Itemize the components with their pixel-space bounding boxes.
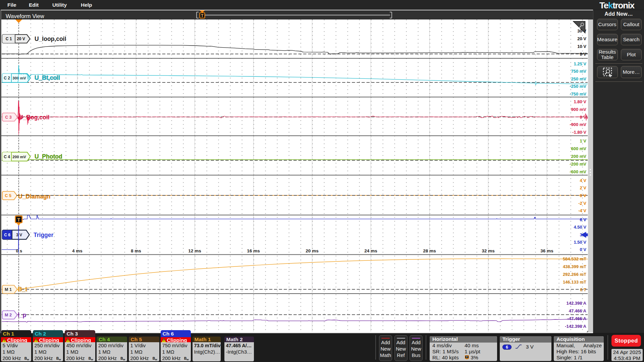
svg-text:0 V: 0 V — [580, 115, 586, 120]
svg-text:250 mV: 250 mV — [571, 76, 586, 81]
svg-text:6 V: 6 V — [580, 217, 586, 222]
svg-text:C 4: C 4 — [4, 155, 10, 159]
svg-text:8 ms: 8 ms — [131, 248, 141, 253]
svg-text:C 3: C 3 — [5, 115, 12, 120]
svg-text:142.398 A: 142.398 A — [566, 301, 586, 306]
svg-text:-2 V: -2 V — [578, 201, 586, 206]
svg-text:20 ms: 20 ms — [306, 248, 318, 253]
svg-text:-250 mV: -250 mV — [570, 84, 586, 89]
svg-text:0 s: 0 s — [16, 248, 22, 253]
svg-text:1.25 V: 1.25 V — [574, 61, 586, 66]
svg-text:32 ms: 32 ms — [482, 248, 494, 253]
svg-text:0 V: 0 V — [580, 247, 586, 252]
svg-text:-600 mV: -600 mV — [570, 169, 586, 174]
svg-text:20 V: 20 V — [17, 37, 25, 41]
svg-text:C 5: C 5 — [5, 193, 12, 198]
svg-text:C 1: C 1 — [6, 37, 12, 41]
svg-text:Trigger: Trigger — [34, 232, 54, 238]
svg-text:-750 mV: -750 mV — [570, 92, 586, 97]
svg-text:584.532 mT: 584.532 mT — [563, 256, 586, 261]
svg-text:M 2: M 2 — [5, 313, 12, 317]
svg-text:200 mV: 200 mV — [12, 155, 26, 159]
svg-text:36 ms: 36 ms — [540, 248, 553, 253]
svg-text:1.80 V: 1.80 V — [574, 99, 586, 104]
svg-text:3 V: 3 V — [16, 233, 22, 237]
svg-text:U_Photod: U_Photod — [35, 153, 62, 160]
svg-text:0 V: 0 V — [580, 52, 586, 57]
svg-text:600 mV: 600 mV — [571, 146, 586, 151]
svg-text:M 1: M 1 — [5, 287, 12, 292]
svg-text:47.466 A: 47.466 A — [569, 308, 587, 313]
svg-text:12 ms: 12 ms — [188, 248, 201, 253]
svg-text:2 V: 2 V — [580, 185, 586, 190]
svg-text:U_Diamagn: U_Diamagn — [18, 193, 50, 200]
svg-text:U_Bt,coil: U_Bt,coil — [35, 74, 60, 81]
svg-text:C 6: C 6 — [4, 233, 10, 237]
svg-text:U_loop,coil: U_loop,coil — [35, 36, 66, 42]
svg-text:10 V: 10 V — [577, 44, 586, 49]
svg-text:-4 V: -4 V — [578, 208, 586, 213]
svg-text:146.133 mT: 146.133 mT — [563, 280, 586, 285]
svg-text:-1.80 V: -1.80 V — [572, 130, 586, 135]
svg-text:24 ms: 24 ms — [364, 248, 377, 253]
svg-text:1 V: 1 V — [580, 138, 586, 143]
svg-text:I_p: I_p — [18, 312, 26, 318]
svg-text:-200 mV: -200 mV — [570, 162, 586, 167]
svg-text:16 ms: 16 ms — [247, 248, 260, 253]
svg-text:20 V: 20 V — [577, 36, 586, 41]
svg-text:C 2: C 2 — [4, 76, 10, 80]
svg-text:T: T — [17, 217, 20, 223]
svg-text:28 ms: 28 ms — [423, 248, 436, 253]
svg-text:200 mV: 200 mV — [571, 154, 586, 159]
svg-text:-47.466 A: -47.466 A — [567, 316, 586, 321]
svg-text:0 T: 0 T — [580, 287, 586, 292]
svg-text:900 mV: 900 mV — [571, 107, 586, 112]
svg-text:-900 mV: -900 mV — [570, 122, 586, 127]
svg-text:1.50 V: 1.50 V — [574, 240, 586, 245]
svg-text:438.399 mT: 438.399 mT — [563, 264, 586, 269]
svg-text:750 mV: 750 mV — [571, 69, 586, 74]
svg-text:300 mV: 300 mV — [12, 76, 26, 80]
svg-text:4.50 V: 4.50 V — [574, 225, 586, 230]
svg-text:-142.398 A: -142.398 A — [565, 324, 586, 329]
svg-text:292.266 mT: 292.266 mT — [563, 272, 586, 277]
svg-text:4 V: 4 V — [580, 178, 586, 183]
svg-text:4 ms: 4 ms — [72, 248, 83, 253]
svg-text:T: T — [201, 13, 204, 18]
svg-text:0 V: 0 V — [580, 193, 586, 198]
svg-text:T: T — [466, 356, 468, 359]
